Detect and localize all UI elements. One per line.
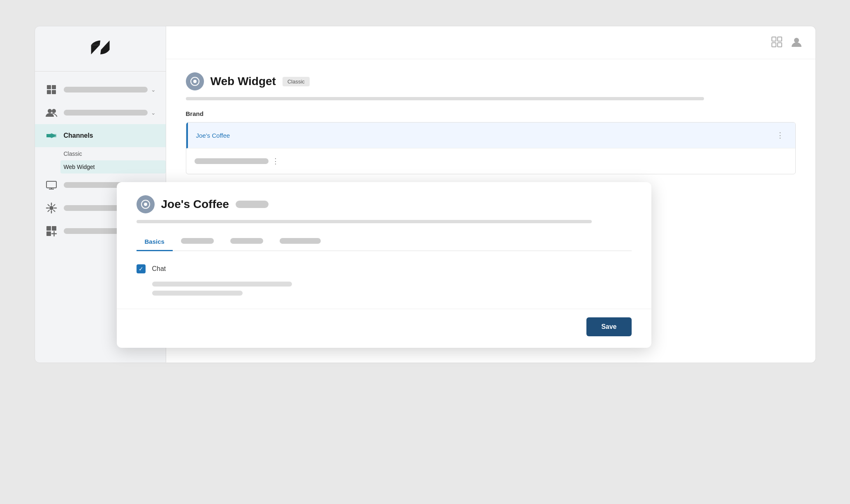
floating-card-header: Joe's Coffee Basics xyxy=(117,182,651,251)
floating-widget-icon xyxy=(137,195,155,213)
checkmark-icon: ✓ xyxy=(139,266,144,272)
page-title: Web Widget xyxy=(211,75,276,88)
tab-4[interactable] xyxy=(271,233,329,251)
people-chevron-icon: ⌄ xyxy=(151,109,156,116)
svg-point-9 xyxy=(49,206,53,210)
outer-container: ⌄ ⌄ xyxy=(35,26,816,478)
zendesk-logo-icon xyxy=(88,39,113,59)
sidebar-item-channels[interactable]: Channels xyxy=(35,124,166,147)
brand-options-menu2-icon[interactable]: ⋮ xyxy=(269,155,283,167)
header-icons xyxy=(771,36,802,49)
brand-item-joes-coffee[interactable]: Joe's Coffee ⋮ xyxy=(186,123,795,148)
svg-rect-1 xyxy=(52,85,56,89)
brand-options-menu-icon[interactable]: ⋮ xyxy=(773,129,787,141)
floating-card-badge xyxy=(236,201,269,208)
workspace-icon xyxy=(45,178,58,192)
brand-list: Joe's Coffee ⋮ ⋮ xyxy=(186,122,796,174)
svg-rect-16 xyxy=(778,43,782,47)
brand-item-second[interactable]: ⋮ xyxy=(186,148,795,174)
svg-point-19 xyxy=(193,80,197,83)
svg-point-5 xyxy=(52,109,56,113)
integrations-icon xyxy=(45,201,58,215)
user-avatar-icon[interactable] xyxy=(791,36,802,49)
sidebar-item-web-widget[interactable]: Web Widget xyxy=(60,160,166,173)
people-icon xyxy=(45,106,58,119)
tab2-bar xyxy=(181,238,214,244)
chat-row: ✓ Chat xyxy=(137,264,632,273)
sidebar-item-organization[interactable]: ⌄ xyxy=(35,78,166,101)
svg-rect-10 xyxy=(46,226,51,231)
chat-desc-bar-1 xyxy=(152,282,292,287)
tab-2[interactable] xyxy=(173,233,222,251)
grid-icon[interactable] xyxy=(771,36,783,49)
svg-rect-12 xyxy=(46,231,51,236)
channels-icon xyxy=(45,129,58,142)
svg-rect-2 xyxy=(47,90,51,94)
sidebar-item-people[interactable]: ⌄ xyxy=(35,101,166,124)
organization-icon xyxy=(45,83,58,96)
svg-rect-11 xyxy=(52,226,56,231)
svg-rect-6 xyxy=(46,181,56,188)
floating-card-title: Joe's Coffee xyxy=(161,198,229,211)
brand-name-joes-coffee[interactable]: Joe's Coffee xyxy=(196,132,773,139)
section-title-bar: Web Widget Classic xyxy=(166,59,815,97)
tab4-bar xyxy=(280,238,321,244)
chat-label: Chat xyxy=(152,265,166,273)
svg-point-4 xyxy=(48,109,52,113)
svg-rect-3 xyxy=(52,90,56,94)
web-widget-icon xyxy=(186,72,204,90)
org-label-bar xyxy=(64,87,148,92)
svg-point-21 xyxy=(144,203,147,206)
floating-title-row: Joe's Coffee xyxy=(137,195,632,213)
chat-checkbox[interactable]: ✓ xyxy=(137,264,146,273)
progress-bar-container xyxy=(186,97,796,100)
tabs-row: Basics xyxy=(137,233,632,251)
floating-card-body: ✓ Chat xyxy=(117,251,651,309)
floating-card: Joe's Coffee Basics xyxy=(117,182,651,348)
tab-basics[interactable]: Basics xyxy=(137,233,173,251)
chat-desc-bar-2 xyxy=(152,291,243,296)
org-chevron-icon: ⌄ xyxy=(151,86,156,93)
progress-bar xyxy=(186,97,704,100)
brand-item-bar xyxy=(195,158,269,164)
save-button[interactable]: Save xyxy=(586,317,631,336)
svg-rect-14 xyxy=(778,37,782,41)
floating-card-footer: Save xyxy=(117,309,651,348)
svg-rect-0 xyxy=(47,85,51,89)
main-header xyxy=(166,26,815,59)
tab3-bar xyxy=(230,238,263,244)
floating-progress-bar xyxy=(137,220,592,223)
brand-section: Brand Joe's Coffee ⋮ ⋮ xyxy=(166,110,815,174)
svg-point-17 xyxy=(794,38,799,43)
svg-rect-15 xyxy=(772,43,776,47)
people-label-bar xyxy=(64,110,148,116)
sidebar-item-classic[interactable]: Classic xyxy=(64,147,166,160)
classic-badge: Classic xyxy=(283,77,310,86)
sidebar-logo xyxy=(35,26,166,72)
sub-nav-channels: Classic Web Widget xyxy=(35,147,166,173)
apps-icon xyxy=(45,224,58,238)
brand-label: Brand xyxy=(186,110,796,117)
tab-3[interactable] xyxy=(222,233,271,251)
chat-sub-bars xyxy=(137,282,632,296)
channels-label: Channels xyxy=(64,132,93,139)
svg-rect-13 xyxy=(772,37,776,41)
